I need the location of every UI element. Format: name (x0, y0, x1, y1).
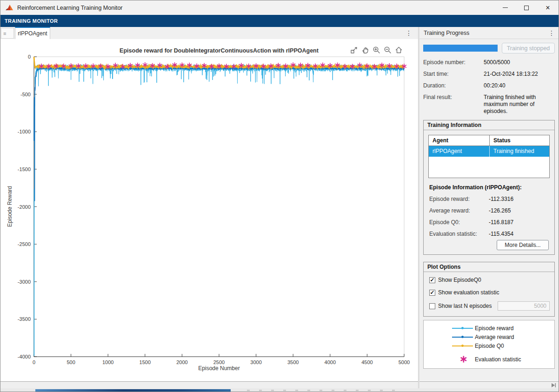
toolstrip-tab-training-monitor[interactable]: TRAINING MONITOR (0, 18, 62, 24)
evaluation-statistic-label: Evaluation statistic: (429, 231, 477, 237)
app-window: Reinforcement Learning Training Monitor … (0, 0, 559, 392)
evaluation-statistic-value: -115.4354 (489, 231, 513, 237)
window-controls: × (494, 0, 559, 15)
legend-item-episode-reward: Episode reward (424, 325, 554, 332)
svg-text:-2000: -2000 (18, 204, 31, 210)
show-evaluation-statistic-checkbox[interactable]: ✓ (429, 290, 435, 296)
document-tabstrip: ≡ rlPPOAgent ⋮ (0, 27, 418, 39)
training-information-group: Training Information Agent Status rlPPOA… (423, 120, 555, 255)
zoom-out-button[interactable] (383, 46, 392, 54)
home-icon (395, 46, 403, 54)
chart-document: Episode reward for DoubleIntegratorConti… (0, 39, 418, 381)
panel-bottom-strip (419, 381, 559, 388)
average-reward-label: Average reward: (429, 207, 470, 214)
zoom-in-button[interactable] (372, 46, 381, 54)
table-header-row: Agent Status (429, 135, 549, 146)
svg-text:0: 0 (33, 359, 35, 365)
tabstrip-overflow-menu-icon[interactable]: ⋮ (404, 28, 413, 38)
training-stopped-button[interactable]: Training stopped (502, 43, 555, 53)
show-last-n-episodes-checkbox[interactable] (429, 303, 435, 309)
zoom-in-icon (373, 46, 380, 54)
legend-item-average-reward: Average reward (424, 334, 554, 340)
tab-rlppoagent[interactable]: rlPPOAgent (15, 27, 50, 39)
svg-text:1000: 1000 (102, 359, 113, 365)
svg-text:3000: 3000 (250, 359, 261, 365)
close-button[interactable]: × (537, 0, 559, 15)
grip-handle-icon[interactable]: ≡ (1, 28, 14, 39)
show-episodeq0-label: Show EpisodeQ0 (438, 277, 481, 283)
close-icon: × (546, 4, 550, 12)
chart-legend: Episode reward Average reward Episode Q0… (423, 320, 555, 369)
training-progress-panel: Training Progress ⋮ Training stopped Epi… (419, 27, 559, 381)
table-row[interactable]: rlPPOAgent Training finished (429, 146, 549, 157)
plot-options-group: Plot Options ✓ Show EpisodeQ0 ✓ Show eva… (423, 262, 555, 317)
episode-number-label: Episode number: (423, 59, 466, 66)
export-button[interactable] (350, 46, 359, 54)
episode-reward-dot-marker (461, 327, 464, 329)
panel-header: Training Progress ⋮ (419, 27, 559, 39)
expand-right-icon[interactable] (551, 383, 556, 388)
legend-label-average-reward: Average reward (475, 334, 514, 340)
training-information-title: Training Information (424, 120, 554, 130)
pan-button[interactable] (361, 46, 370, 54)
show-last-n-episodes-option[interactable]: Show last N episodes (429, 303, 492, 309)
maximize-button[interactable] (516, 0, 537, 15)
svg-text:-1000: -1000 (18, 129, 31, 134)
svg-text:-3000: -3000 (18, 279, 31, 285)
svg-text:4500: 4500 (361, 359, 373, 365)
axes-toolbar (350, 46, 403, 54)
svg-text:-500: -500 (20, 92, 31, 97)
horizontal-scroll-area[interactable] (0, 381, 418, 388)
status-cell: Training finished (490, 146, 549, 157)
legend-label-evaluation-statistic: Evaluation statistic (475, 356, 521, 363)
agent-cell: rlPPOAgent (429, 146, 490, 157)
background-taskbar-fragment (35, 389, 231, 392)
start-time-label: Start time: (423, 71, 449, 77)
plot-options-title: Plot Options (424, 262, 554, 272)
panel-title: Training Progress (424, 30, 469, 36)
toolstrip: TRAINING MONITOR (0, 15, 559, 27)
legend-label-episode-q0: Episode Q0 (475, 343, 504, 349)
matlab-logo-icon (5, 4, 13, 12)
legend-label-episode-reward: Episode reward (475, 325, 513, 332)
episode-reward-value: -112.3316 (489, 196, 513, 202)
restore-view-button[interactable] (394, 46, 403, 54)
chart-title: Episode reward for DoubleIntegratorConti… (120, 47, 319, 54)
window-title: Reinforcement Learning Training Monitor (17, 5, 123, 11)
pan-hand-icon (361, 46, 369, 54)
svg-text:-3500: -3500 (18, 316, 31, 322)
svg-text:500: 500 (67, 359, 75, 365)
training-progress-bar (423, 45, 498, 52)
last-n-episodes-input[interactable] (498, 301, 550, 311)
minimize-icon (503, 7, 508, 8)
svg-text:2000: 2000 (176, 359, 187, 365)
start-time-value: 21-Oct-2024 18:13:22 (484, 71, 538, 77)
episode-number-value: 5000/5000 (484, 59, 510, 66)
episode-information-title: Episode Information (rlPPOAgent): (429, 184, 522, 191)
minimize-button[interactable] (494, 0, 516, 15)
agent-column-header: Agent (429, 135, 490, 146)
panel-overflow-menu-icon[interactable]: ⋮ (547, 28, 556, 38)
zoom-out-icon (384, 46, 392, 54)
agent-status-table: Agent Status rlPPOAgent Training finishe… (428, 135, 550, 178)
show-evaluation-statistic-option[interactable]: ✓ Show evaluation statistic (429, 289, 499, 296)
final-result-value: Training finished with maximum number of… (484, 94, 553, 115)
svg-text:0: 0 (28, 54, 31, 60)
training-chart[interactable]: Episode reward for DoubleIntegratorConti… (0, 39, 418, 381)
svg-text:-2500: -2500 (18, 241, 31, 247)
average-reward-dot-marker (461, 336, 464, 338)
more-details-button[interactable]: More Details... (497, 240, 549, 250)
titlebar: Reinforcement Learning Training Monitor … (0, 0, 559, 15)
episode-q0-dot-marker (461, 345, 464, 347)
episode-q0-label: Episode Q0: (429, 219, 460, 226)
show-episodeq0-checkbox[interactable]: ✓ (429, 277, 435, 283)
svg-text:1500: 1500 (140, 359, 151, 365)
show-last-n-episodes-label: Show last N episodes (438, 303, 492, 309)
average-reward-value: -126.265 (489, 207, 511, 214)
svg-text:2500: 2500 (213, 359, 225, 365)
legend-item-episode-q0: Episode Q0 (424, 343, 554, 349)
show-episodeq0-option[interactable]: ✓ Show EpisodeQ0 (429, 277, 481, 283)
y-axis-label: Episode Reward (7, 186, 13, 227)
duration-value: 00:20:40 (484, 82, 506, 89)
svg-text:4000: 4000 (325, 359, 336, 365)
